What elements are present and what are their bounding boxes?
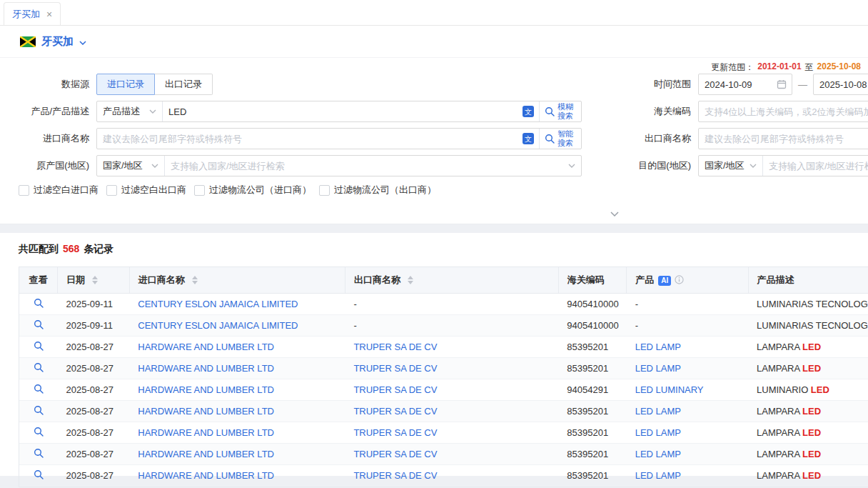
sort-icon[interactable] bbox=[408, 276, 413, 284]
product-link[interactable]: LED LAMP bbox=[635, 363, 681, 374]
product-link[interactable]: LED LUMINARY bbox=[635, 384, 704, 395]
importer-link[interactable]: HARDWARE AND LUMBER LTD bbox=[138, 342, 274, 352]
chevron-down-icon[interactable] bbox=[568, 164, 575, 168]
view-record-button[interactable] bbox=[34, 298, 44, 308]
hs-code-input[interactable] bbox=[699, 101, 868, 121]
checkbox[interactable] bbox=[19, 185, 29, 196]
importer-link[interactable]: HARDWARE AND LUMBER LTD bbox=[138, 406, 274, 417]
origin-country-select[interactable]: 国家/地区 bbox=[97, 156, 165, 176]
origin-country-input[interactable] bbox=[165, 156, 568, 176]
importer-link[interactable]: HARDWARE AND LUMBER LTD bbox=[138, 384, 274, 395]
importer-field-group: 文 智能搜索 bbox=[96, 128, 582, 149]
product-link[interactable]: LED LAMP bbox=[635, 470, 681, 481]
sort-icon[interactable] bbox=[192, 276, 198, 284]
importer-link[interactable]: HARDWARE AND LUMBER LTD bbox=[138, 363, 274, 374]
checkbox[interactable] bbox=[106, 185, 117, 196]
description-cell: LAMPARA LED bbox=[748, 357, 868, 379]
column-header[interactable]: 出口商名称 bbox=[345, 267, 558, 293]
importer-link[interactable]: CENTURY ESLON JAMAICA LIMITED bbox=[138, 299, 298, 309]
date-to-input[interactable] bbox=[814, 74, 868, 94]
destination-label: 目的国(地区) bbox=[582, 159, 698, 172]
column-header[interactable]: 进口商名称 bbox=[129, 267, 345, 293]
translate-icon[interactable]: 文 bbox=[523, 106, 534, 117]
chevron-down-icon[interactable] bbox=[79, 41, 86, 45]
filter-checkbox[interactable]: 过滤物流公司（出口商） bbox=[319, 184, 436, 196]
filter-checkbox-row: 过滤空白进口商过滤空白出口商过滤物流公司（进口商）过滤物流公司（出口商） bbox=[19, 184, 868, 196]
product-link[interactable]: LED LAMP bbox=[635, 449, 681, 459]
view-record-button[interactable] bbox=[34, 319, 44, 329]
filter-checkbox[interactable]: 过滤空白出口商 bbox=[106, 184, 186, 196]
origin-country-select-value: 国家/地区 bbox=[103, 159, 143, 172]
collapse-filters-button[interactable] bbox=[602, 208, 627, 219]
smart-search-button[interactable]: 智能搜索 bbox=[539, 129, 581, 149]
hs-code-cell: 85395201 bbox=[558, 422, 626, 443]
exporter-link[interactable]: TRUPER SA DE CV bbox=[353, 406, 437, 417]
sort-icon[interactable] bbox=[92, 276, 98, 284]
destination-country-input[interactable] bbox=[763, 156, 868, 176]
date-to-field[interactable] bbox=[813, 74, 868, 95]
description-cell: LAMPARA LED bbox=[748, 422, 868, 443]
svg-text:文: 文 bbox=[525, 108, 532, 116]
info-icon[interactable] bbox=[675, 275, 684, 284]
date-cell: 2025-08-27 bbox=[58, 443, 130, 464]
column-header[interactable]: 日期 bbox=[58, 267, 130, 293]
origin-field-group: 国家/地区 bbox=[96, 155, 582, 176]
view-record-button[interactable] bbox=[34, 427, 44, 437]
results-summary: 共匹配到 568 条记录 bbox=[19, 243, 868, 256]
svg-text:文: 文 bbox=[525, 135, 532, 143]
column-header-label: 海关编码 bbox=[567, 274, 605, 285]
view-record-button[interactable] bbox=[34, 469, 44, 479]
view-record-button[interactable] bbox=[34, 384, 44, 394]
view-record-button[interactable] bbox=[34, 448, 44, 458]
importer-link[interactable]: HARDWARE AND LUMBER LTD bbox=[138, 427, 274, 438]
column-header: 产品描述 bbox=[748, 267, 868, 293]
exporter-field[interactable] bbox=[698, 128, 868, 149]
exporter-link[interactable]: TRUPER SA DE CV bbox=[353, 384, 437, 395]
exporter-cell: - bbox=[345, 293, 558, 314]
tab-export-records[interactable]: 出口记录 bbox=[155, 74, 213, 95]
tab-bar: 牙买加 × bbox=[0, 0, 868, 26]
exporter-link[interactable]: TRUPER SA DE CV bbox=[353, 342, 437, 352]
table-row: 2025-09-11CENTURY ESLON JAMAICA LIMITED-… bbox=[19, 314, 868, 336]
close-icon[interactable]: × bbox=[46, 9, 52, 19]
date-from-field[interactable] bbox=[698, 74, 792, 95]
fuzzy-search-button[interactable]: 模糊搜索 bbox=[539, 101, 581, 121]
exporter-link[interactable]: TRUPER SA DE CV bbox=[353, 427, 437, 438]
product-link[interactable]: LED LAMP bbox=[635, 427, 681, 438]
checkbox-label: 过滤物流公司（出口商） bbox=[334, 184, 436, 196]
importer-link[interactable]: HARDWARE AND LUMBER LTD bbox=[138, 470, 274, 481]
product-link[interactable]: LED LAMP bbox=[635, 342, 681, 352]
hs-code-field[interactable] bbox=[698, 101, 868, 122]
exporter-link[interactable]: TRUPER SA DE CV bbox=[353, 470, 437, 481]
destination-country-select[interactable]: 国家/地区 bbox=[699, 156, 763, 176]
smart-search-label: 智能搜索 bbox=[557, 129, 576, 147]
product-type-select[interactable]: 产品描述 bbox=[97, 101, 163, 121]
checkbox[interactable] bbox=[194, 185, 205, 196]
tab-jamaica[interactable]: 牙买加 × bbox=[4, 2, 61, 25]
importer-input[interactable] bbox=[97, 129, 523, 149]
checkbox[interactable] bbox=[319, 185, 330, 196]
column-header-label: 出口商名称 bbox=[354, 274, 400, 285]
filter-checkbox[interactable]: 过滤空白进口商 bbox=[19, 184, 99, 196]
exporter-link[interactable]: TRUPER SA DE CV bbox=[353, 449, 437, 459]
importer-link[interactable]: CENTURY ESLON JAMAICA LIMITED bbox=[138, 320, 298, 331]
tab-import-records[interactable]: 进口记录 bbox=[96, 74, 155, 95]
hs-code-cell: 9405410000 bbox=[558, 314, 626, 336]
tab-label: 牙买加 bbox=[12, 8, 40, 21]
filter-checkbox[interactable]: 过滤物流公司（进口商） bbox=[194, 184, 311, 196]
exporter-input[interactable] bbox=[699, 129, 868, 149]
importer-link[interactable]: HARDWARE AND LUMBER LTD bbox=[138, 449, 274, 459]
date-cell: 2025-08-27 bbox=[58, 357, 130, 379]
view-record-button[interactable] bbox=[34, 362, 44, 372]
product-search-input[interactable] bbox=[163, 101, 523, 121]
date-cell: 2025-09-11 bbox=[58, 314, 130, 336]
translate-icon[interactable]: 文 bbox=[523, 133, 534, 144]
view-record-button[interactable] bbox=[34, 341, 44, 351]
description-cell: LAMPARA LED bbox=[748, 443, 868, 464]
product-link[interactable]: LED LAMP bbox=[635, 406, 681, 417]
view-record-button[interactable] bbox=[34, 405, 44, 415]
calendar-icon[interactable] bbox=[777, 79, 787, 89]
exporter-link[interactable]: TRUPER SA DE CV bbox=[353, 363, 437, 374]
column-header-label: 查看 bbox=[29, 274, 48, 285]
date-from-input[interactable] bbox=[699, 74, 777, 94]
